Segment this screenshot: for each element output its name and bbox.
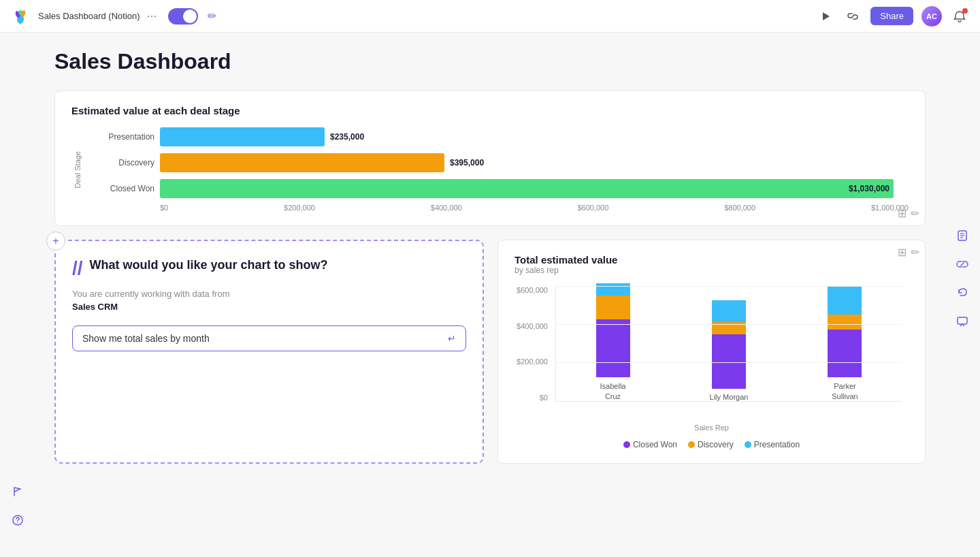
bars-container: IsabellaCruz Lily Morgan xyxy=(555,286,902,402)
ai-slash-icon: // xyxy=(72,259,83,278)
ai-input-container[interactable]: Show me total sales by month ↵ xyxy=(72,325,466,351)
topbar: Sales Dashboard (Notion) ··· ✏ Share AC xyxy=(0,0,980,33)
expand-stacked-icon[interactable]: ⊞ xyxy=(898,246,906,259)
left-sidebar xyxy=(8,482,27,530)
x-tick-2: $400,000 xyxy=(431,204,462,212)
legend-presentation: Presentation xyxy=(745,440,800,449)
bar-closed-won-parker xyxy=(828,330,862,377)
help-icon[interactable] xyxy=(8,511,27,530)
ai-data-source: Sales CRM xyxy=(72,302,466,312)
ai-question-text: What would you like your chart to show? xyxy=(90,257,328,273)
page-tab-title: Sales Dashboard (Notion) xyxy=(38,11,140,21)
bar-value-closed-won: $1,030,000 xyxy=(849,184,889,193)
undo-icon[interactable] xyxy=(953,283,972,302)
bar-group-lily: Lily Morgan xyxy=(710,300,749,401)
legend-label-discovery: Discovery xyxy=(698,440,734,449)
flag-icon[interactable] xyxy=(8,482,27,501)
ai-chart-panel: + // What would you like your chart to s… xyxy=(54,240,484,464)
stacked-bar-lily xyxy=(712,300,746,389)
bar-discovery-parker xyxy=(828,315,862,330)
app-logo xyxy=(11,7,30,26)
legend-label-closed-won: Closed Won xyxy=(633,440,677,449)
y-label-200k: $200,000 xyxy=(517,357,548,366)
horizontal-bar-chart: Presentation $235,000 Discovery $395,000 xyxy=(86,127,909,198)
legend-discovery: Discovery xyxy=(688,440,734,449)
x-tick-0: $0 xyxy=(160,204,168,212)
svg-point-3 xyxy=(18,10,22,14)
chart-legend: Closed Won Discovery Presentation xyxy=(514,440,909,449)
bar-fill-presentation xyxy=(160,127,325,146)
bar-value-discovery: $395,000 xyxy=(450,158,484,168)
x-tick-4: $800,000 xyxy=(724,204,755,212)
bar-label-presentation: Presentation xyxy=(86,132,154,142)
bar-chart-title: Estimated value at each deal stage xyxy=(71,105,909,116)
stacked-bar-isabella xyxy=(596,283,630,377)
chat-icon[interactable] xyxy=(953,312,972,331)
legend-dot-discovery xyxy=(688,441,695,448)
ai-header: // What would you like your chart to sho… xyxy=(72,257,466,278)
toggle-thumb xyxy=(183,10,197,23)
ai-input-field[interactable]: Show me total sales by month xyxy=(82,333,210,344)
bar-outer-discovery: $395,000 xyxy=(160,153,909,172)
stacked-bar-parker xyxy=(828,286,862,377)
bar-outer-closed-won: $1,030,000 xyxy=(160,179,909,198)
stacked-chart-area: $600,000 $400,000 $200,000 $0 xyxy=(514,286,909,422)
estimated-value-chart: Estimated value at each deal stage Deal … xyxy=(54,91,926,226)
avatar[interactable]: AC xyxy=(921,6,942,27)
svg-point-11 xyxy=(17,522,18,523)
toggle-switch[interactable] xyxy=(168,8,198,25)
notification-dot xyxy=(962,8,968,14)
x-tick-3: $600,000 xyxy=(577,204,608,212)
svg-marker-4 xyxy=(823,12,830,20)
more-options-button[interactable]: ··· xyxy=(147,9,157,23)
document-icon[interactable] xyxy=(953,226,972,245)
share-button[interactable]: Share xyxy=(870,7,913,25)
add-chart-button[interactable]: + xyxy=(46,232,65,251)
bar-discovery-lily xyxy=(712,322,746,334)
page-title: Sales Dashboard xyxy=(54,49,926,74)
x-axis-label: Sales Rep xyxy=(514,424,909,432)
x-tick-1: $200,000 xyxy=(284,204,315,212)
y-label-600k: $600,000 xyxy=(517,286,548,294)
legend-closed-won: Closed Won xyxy=(623,440,677,449)
bar-closed-won-isabella xyxy=(596,319,630,377)
bar-group-parker: ParkerSullivan xyxy=(828,286,862,401)
edit-icon[interactable]: ✏ xyxy=(208,10,216,22)
chart-icons-stacked: ⊞ ✏ xyxy=(898,246,919,259)
bar-presentation-isabella xyxy=(596,283,630,296)
svg-rect-9 xyxy=(958,317,967,324)
stacked-chart-title: Total estimated value xyxy=(514,254,909,266)
y-label-400k: $400,000 xyxy=(517,322,548,330)
stacked-chart-subtitle: by sales rep xyxy=(514,266,909,275)
ai-subtitle: You are currently working with data from xyxy=(72,289,466,299)
stacked-bar-panel: ⊞ ✏ Total estimated value by sales rep $… xyxy=(497,240,926,464)
bar-row-presentation: Presentation $235,000 xyxy=(86,127,909,146)
bar-value-presentation: $235,000 xyxy=(330,132,364,142)
x-axis: $0 $200,000 $400,000 $600,000 $800,000 $… xyxy=(160,204,909,212)
play-button[interactable] xyxy=(816,7,835,26)
bar-fill-closed-won: $1,030,000 xyxy=(160,179,894,198)
bar-group-isabella: IsabellaCruz xyxy=(596,283,630,401)
right-sidebar xyxy=(953,226,972,331)
bar-discovery-isabella xyxy=(596,296,630,319)
edit-stacked-icon[interactable]: ✏ xyxy=(911,246,919,259)
edit-chart-icon[interactable]: ✏ xyxy=(911,207,919,220)
link-button[interactable] xyxy=(843,7,862,26)
expand-icon[interactable]: ⊞ xyxy=(898,207,906,220)
bar-label-closed-won: Closed Won xyxy=(86,184,154,193)
legend-dot-closed-won xyxy=(623,441,630,448)
y-label-0: $0 xyxy=(540,394,548,402)
main-content: Sales Dashboard Estimated value at each … xyxy=(0,33,980,557)
toggle-track[interactable] xyxy=(168,8,198,25)
bar-outer-presentation: $235,000 xyxy=(160,127,909,146)
enter-icon: ↵ xyxy=(448,333,456,344)
bar-label-discovery: Discovery xyxy=(86,158,154,168)
legend-dot-presentation xyxy=(745,441,751,448)
y-labels: $600,000 $400,000 $200,000 $0 xyxy=(514,286,552,402)
bar-fill-discovery xyxy=(160,153,444,172)
bar-presentation-lily xyxy=(712,300,746,322)
bar-label-lily: Lily Morgan xyxy=(710,393,749,401)
legend-label-presentation: Presentation xyxy=(754,440,800,449)
link-sidebar-icon[interactable] xyxy=(953,255,972,274)
notification-button[interactable] xyxy=(950,7,969,26)
